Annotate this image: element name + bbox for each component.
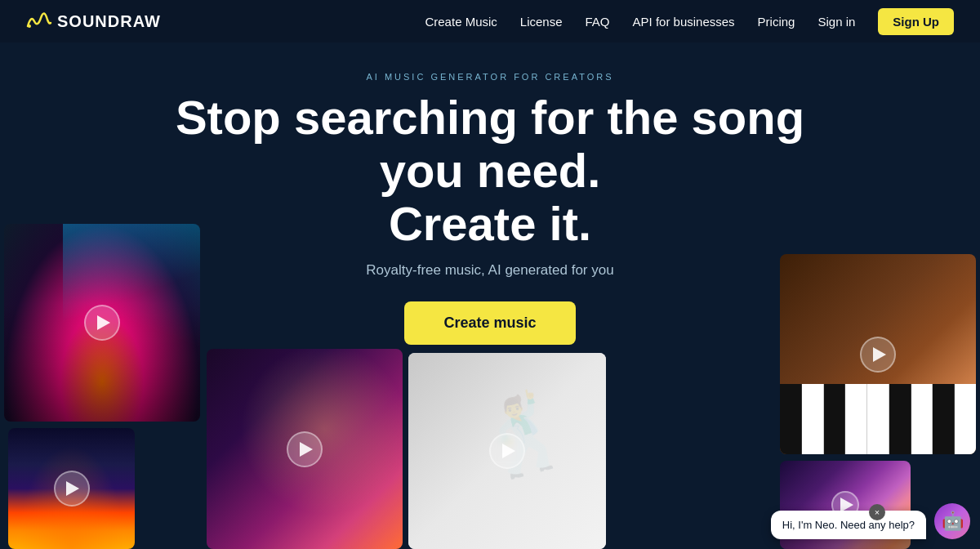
play-button-piano[interactable] [860, 337, 896, 373]
hero-eyebrow: AI MUSIC GENERATOR FOR CREATORS [0, 72, 980, 82]
logo[interactable]: SOUNDRAW [26, 11, 161, 31]
play-button-dancer[interactable] [489, 433, 525, 469]
nav-signup[interactable]: Sign Up [878, 8, 954, 35]
hero-title-line2: Create it. [389, 197, 591, 250]
nav-signin[interactable]: Sign in [817, 15, 855, 29]
chat-widget: × Hi, I'm Neo. Need any help? 🤖 [771, 503, 970, 539]
hero-title-line1: Stop searching for the song you need. [176, 91, 804, 197]
hero-section: AI MUSIC GENERATOR FOR CREATORS Stop sea… [0, 42, 980, 371]
play-button-concert[interactable] [84, 305, 120, 341]
soundraw-logo-icon [26, 11, 52, 31]
image-disco [207, 349, 403, 549]
nav-api[interactable]: API for businesses [633, 15, 735, 29]
play-button-city[interactable] [54, 471, 90, 507]
chat-bubble: Hi, I'm Neo. Need any help? [771, 511, 926, 539]
chat-avatar[interactable]: 🤖 [934, 503, 970, 539]
hero-subtitle: Royalty-free music, AI generated for you [0, 262, 980, 279]
col-center: 🕺 [408, 353, 606, 549]
nav-links: Create Music License FAQ API for busines… [425, 8, 954, 35]
svg-point-0 [28, 25, 31, 28]
nav-license[interactable]: License [520, 15, 563, 29]
hero-title: Stop searching for the song you need. Cr… [163, 92, 817, 251]
cta-create-music[interactable]: Create music [404, 301, 575, 345]
logo-text: SOUNDRAW [57, 12, 161, 31]
image-dancer: 🕺 [408, 353, 606, 549]
chat-bubble-container: × Hi, I'm Neo. Need any help? [771, 511, 926, 539]
chat-close-button[interactable]: × [869, 504, 885, 520]
play-button-disco[interactable] [287, 431, 323, 467]
chat-neo-icon: 🤖 [942, 511, 964, 532]
image-citynight [8, 428, 135, 549]
nav-faq[interactable]: FAQ [586, 15, 610, 29]
page-wrapper: SOUNDRAW Create Music License FAQ API fo… [0, 0, 980, 549]
chat-close-icon: × [875, 507, 880, 517]
nav-create-music[interactable]: Create Music [425, 15, 497, 29]
col-mid-left [207, 349, 403, 549]
nav-pricing[interactable]: Pricing [758, 15, 795, 29]
navbar: SOUNDRAW Create Music License FAQ API fo… [0, 0, 980, 42]
